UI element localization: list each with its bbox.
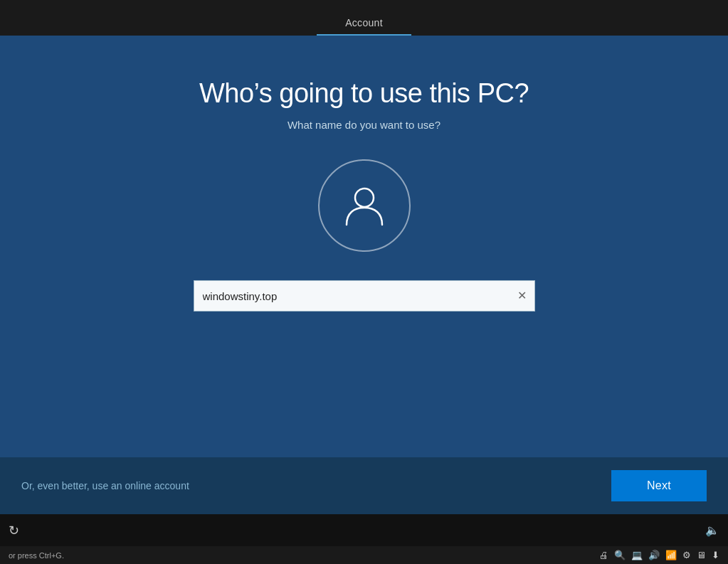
online-account-link[interactable]: Or, even better, use an online account [21,480,189,491]
bottom-hint-text: or press Ctrl+G. [9,551,64,560]
main-content: Who’s going to use this PC? What name do… [0,36,728,457]
top-bar: Account [0,0,728,36]
settings-icon[interactable]: ⚙ [682,550,691,560]
account-tab: Account [317,17,411,36]
svg-point-0 [355,188,374,207]
taskbar-left: ↻ [9,523,19,538]
taskbar-right: 🔈 [705,523,719,537]
volume-icon[interactable]: 🔈 [705,523,719,537]
download-icon[interactable]: ⬇ [712,550,719,560]
page-subtitle: What name do you want to use? [287,119,441,131]
user-icon [339,181,389,230]
next-button[interactable]: Next [611,470,707,501]
input-row: ✕ [194,280,535,312]
avatar [318,159,411,252]
bottom-bar: Or, even better, use an online account N… [0,457,728,514]
account-tab-label: Account [345,17,383,28]
network-icon[interactable]: 📶 [665,550,677,560]
clear-icon[interactable]: ✕ [517,290,527,302]
username-input[interactable] [194,280,535,312]
taskbar: ↻ 🔈 [0,514,728,546]
speaker-icon[interactable]: 🔊 [648,550,660,560]
taskbar-bottom-bar: or press Ctrl+G. 🖨 🔍 💻 🔊 📶 ⚙ 🖥 ⬇ [0,546,728,564]
print-icon[interactable]: 🖨 [599,550,608,560]
display-icon[interactable]: 💻 [631,550,643,560]
taskbar-icons-row: 🖨 🔍 💻 🔊 📶 ⚙ 🖥 ⬇ [599,550,719,560]
refresh-icon[interactable]: ↻ [9,523,19,538]
zoom-icon[interactable]: 🔍 [614,550,626,560]
page-title: Who’s going to use this PC? [199,78,529,109]
screen-icon[interactable]: 🖥 [697,550,706,560]
